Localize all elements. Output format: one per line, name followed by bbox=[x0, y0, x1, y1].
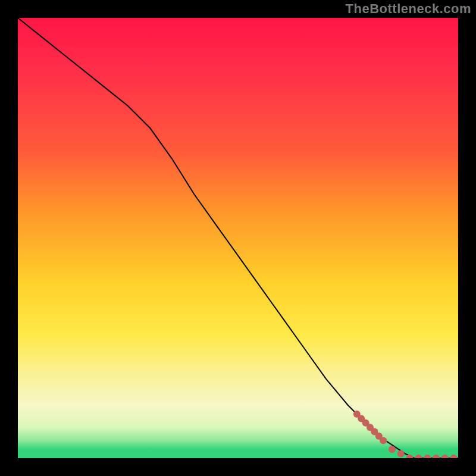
bottleneck-curve bbox=[18, 18, 458, 458]
highlight-marker bbox=[380, 437, 387, 444]
highlight-marker bbox=[433, 455, 440, 458]
chart-frame: TheBottleneck.com bbox=[0, 0, 476, 476]
highlight-marker bbox=[441, 455, 449, 458]
highlight-marker bbox=[424, 455, 431, 458]
chart-overlay bbox=[18, 18, 458, 458]
plot-area bbox=[18, 18, 458, 458]
highlight-marker bbox=[415, 455, 422, 458]
highlight-marker bbox=[397, 450, 405, 458]
highlight-marker bbox=[389, 446, 396, 453]
watermark-text: TheBottleneck.com bbox=[346, 1, 471, 17]
highlight-markers bbox=[353, 411, 458, 458]
highlight-marker bbox=[450, 455, 458, 458]
